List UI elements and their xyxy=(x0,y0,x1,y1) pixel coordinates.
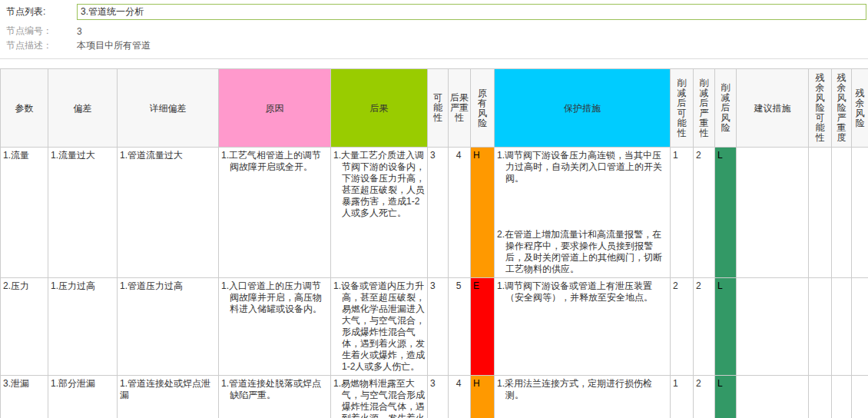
cell-consequence: 1.易燃物料泄露至大气，与空气混合形成爆炸性混合气体，遇到着火源，发生着火或爆炸… xyxy=(331,376,428,418)
node-list-select[interactable]: 3.管道统一分析 xyxy=(77,4,866,20)
cell-residual-possibility xyxy=(809,148,832,278)
cell-original-risk: H xyxy=(471,376,495,418)
cell-reduced-risk: L xyxy=(715,148,737,278)
header-reduced-possibility: 削 减 后 可 能 性 xyxy=(671,69,694,148)
header-residual-possibility: 残 余 风 险 可 能 性 xyxy=(809,69,832,148)
node-description-row: 节点描述： 本项目中所有管道 xyxy=(6,40,866,51)
cell-protective-measures: 1.采用法兰连接方式，定期进行损伤检测。 xyxy=(495,376,671,418)
cell-cause: 1.工艺气相管道上的调节阀故障开启或全开。 xyxy=(219,148,331,278)
cell-residual-risk xyxy=(852,376,868,418)
cause-item: 1.工艺气相管道上的调节阀故障开启或全开。 xyxy=(221,150,329,173)
cell-reduced-possibility: 2 xyxy=(671,278,694,376)
cell-detailed-deviation: 1.管道流量过大 xyxy=(118,148,219,278)
node-info-panel: 节点列表: 3.管道统一分析 节点编号： 3 节点描述： 本项目中所有管道 xyxy=(0,0,868,51)
node-number-row: 节点编号： 3 xyxy=(6,25,866,37)
table-row: 1.流量 1.流量过大 1.管道流量过大 1.工艺气相管道上的调节阀故障开启或全… xyxy=(1,148,868,278)
header-possibility: 可 能 性 xyxy=(428,69,449,148)
cell-residual-risk xyxy=(852,148,868,278)
cause-item: 1.管道连接处脱落或焊点缺陷严重。 xyxy=(221,378,329,401)
cell-protective-measures: 1.调节阀下游设备压力高连锁，当其中压力过高时，自动关闭入口管道上的开关阀。 2… xyxy=(495,148,671,278)
cell-detailed-deviation: 1.管道连接处或焊点泄漏 xyxy=(118,376,219,418)
header-consequence: 后果 xyxy=(331,69,428,148)
cell-protective-measures: 1.调节阀下游设备或管道上有泄压装置（安全阀等），并释放至安全地点。 xyxy=(495,278,671,376)
cell-deviation: 1.压力过高 xyxy=(48,278,118,376)
cell-parameter: 1.流量 xyxy=(1,148,48,278)
cell-residual-risk xyxy=(852,278,868,376)
measure-item: 1.调节阀下游设备或管道上有泄压装置（安全阀等），并释放至安全地点。 xyxy=(497,280,668,304)
node-list-label: 节点列表: xyxy=(6,5,77,18)
divider xyxy=(0,58,868,59)
node-number-value: 3 xyxy=(77,26,82,37)
cause-item: 1.入口管道上的压力调节阀故障并开启，高压物料进入储罐或设备内。 xyxy=(221,280,329,315)
cell-severity: 4 xyxy=(449,148,471,278)
cell-possibility: 3 xyxy=(428,376,449,418)
consequence-item: 1.大量工艺介质进入调节阀下游的设备内，下游设备压力升高，甚至超压破裂，人员暴露… xyxy=(333,150,426,219)
cell-residual-possibility xyxy=(809,278,832,376)
cell-residual-severity xyxy=(832,376,852,418)
cell-consequence: 1.设备或管道内压力升高，甚至超压破裂，易燃化学品泄漏进入大气，与空气混合，形成… xyxy=(331,278,428,376)
cell-reduced-risk: L xyxy=(715,376,737,418)
node-list-row: 节点列表: 3.管道统一分析 xyxy=(6,3,866,20)
cell-parameter: 2.压力 xyxy=(1,278,48,376)
hazop-table: 参数 偏差 详细偏差 原因 后果 可 能 性 后果 严重 性 原 有 风 险 保… xyxy=(0,68,868,418)
measure-item: 1.调节阀下游设备压力高连锁，当其中压力过高时，自动关闭入口管道上的开关阀。 xyxy=(497,150,668,184)
cell-residual-possibility xyxy=(809,376,832,418)
measure-item: 1.采用法兰连接方式，定期进行损伤检测。 xyxy=(497,378,668,401)
consequence-item: 1.设备或管道内压力升高，甚至超压破裂，易燃化学品泄漏进入大气，与空气混合，形成… xyxy=(333,280,426,373)
cell-suggested-measures xyxy=(737,278,809,376)
header-suggested-measures: 建议措施 xyxy=(737,69,809,148)
header-cause: 原因 xyxy=(219,69,331,148)
cell-suggested-measures xyxy=(737,148,809,278)
header-residual-severity: 残 余 风 险 严 重 度 xyxy=(832,69,852,148)
table-row: 2.压力 1.压力过高 1.管道压力过高 1.入口管道上的压力调节阀故障并开启，… xyxy=(1,278,868,376)
cell-reduced-risk: L xyxy=(715,278,737,376)
cell-parameter: 3.泄漏 xyxy=(1,376,48,418)
header-original-risk: 原 有 风 险 xyxy=(471,69,495,148)
header-deviation: 偏差 xyxy=(48,69,118,148)
cell-reduced-possibility: 1 xyxy=(671,376,694,418)
node-description-label: 节点描述： xyxy=(6,39,77,52)
cell-severity: 4 xyxy=(449,376,471,418)
consequence-item: 1.易燃物料泄露至大气，与空气混合形成爆炸性混合气体，遇到着火源，发生着火或爆炸… xyxy=(333,378,426,418)
measure-item: 2.在管道上增加流量计和高流量报警，在操作程序中，要求操作人员接到报警后，及时关… xyxy=(497,229,668,275)
header-reduced-severity: 削 减 后 严 重 性 xyxy=(694,69,715,148)
cell-reduced-possibility: 1 xyxy=(671,148,694,278)
header-detailed-deviation: 详细偏差 xyxy=(118,69,219,148)
header-severity: 后果 严重 性 xyxy=(449,69,471,148)
cell-reduced-severity: 2 xyxy=(694,148,715,278)
table-header-row: 参数 偏差 详细偏差 原因 后果 可 能 性 后果 严重 性 原 有 风 险 保… xyxy=(1,69,868,148)
cell-suggested-measures xyxy=(737,376,809,418)
node-number-label: 节点编号： xyxy=(6,25,77,38)
cell-deviation: 1.流量过大 xyxy=(48,148,118,278)
header-parameter: 参数 xyxy=(1,69,48,148)
cell-residual-severity xyxy=(832,148,852,278)
cell-detailed-deviation: 1.管道压力过高 xyxy=(118,278,219,376)
cell-original-risk: E xyxy=(471,278,495,376)
header-residual-risk: 残 余 风 险 xyxy=(852,69,868,148)
header-protective-measures: 保护措施 xyxy=(495,69,671,148)
cell-original-risk: H xyxy=(471,148,495,278)
cell-consequence: 1.大量工艺介质进入调节阀下游的设备内，下游设备压力升高，甚至超压破裂，人员暴露… xyxy=(331,148,428,278)
cell-possibility: 3 xyxy=(428,278,449,376)
cell-reduced-severity: 2 xyxy=(694,376,715,418)
cell-possibility: 3 xyxy=(428,148,449,278)
cell-cause: 1.入口管道上的压力调节阀故障并开启，高压物料进入储罐或设备内。 xyxy=(219,278,331,376)
node-description-value: 本项目中所有管道 xyxy=(77,39,151,52)
cell-reduced-severity: 2 xyxy=(694,278,715,376)
table-row: 3.泄漏 1.部分泄漏 1.管道连接处或焊点泄漏 1.管道连接处脱落或焊点缺陷严… xyxy=(1,376,868,418)
cell-deviation: 1.部分泄漏 xyxy=(48,376,118,418)
cell-severity: 5 xyxy=(449,278,471,376)
cell-cause: 1.管道连接处脱落或焊点缺陷严重。 xyxy=(219,376,331,418)
header-reduced-risk: 削 减 后 风 险 xyxy=(715,69,737,148)
cell-residual-severity xyxy=(832,278,852,376)
